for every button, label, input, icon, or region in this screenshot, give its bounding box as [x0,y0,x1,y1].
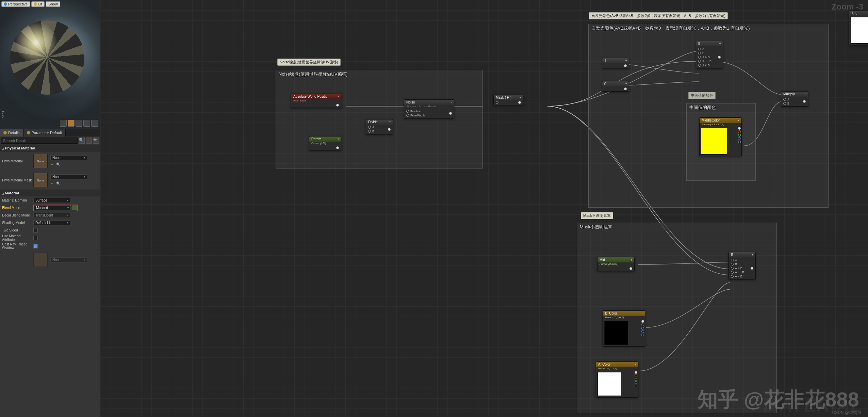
assign-arrow-icon[interactable]: ← [50,181,54,186]
viewport-mode-icons[interactable] [60,120,98,127]
thumb-placeholder [33,253,48,267]
decal-blend-mode-label: Decal Blend Mode [2,213,33,217]
category-physical-material[interactable]: Physical Material [0,145,100,151]
phys-material-dropdown[interactable]: None [50,155,87,160]
node-const-1[interactable]: 1 [602,58,629,68]
node-middlecolor[interactable]: MiddleColor Param (5,3.43,0,1) [699,117,742,156]
tooltip-emissive: 自发光颜色(A>B或者A<B，参数为0，表示没有自发光，A=B，参数为1,有自发… [589,12,728,19]
lit-button[interactable]: Lit [31,1,45,7]
group-emissive-title: 自发光颜色(A>B或者A<B，参数为0，表示没有自发光，A=B，参数为1,有自发… [589,24,828,32]
use-material-attrs-checkbox[interactable] [33,236,38,240]
decal-blend-mode-dropdown: Translucent [33,213,70,218]
tab-parameter-defaults[interactable]: Parameter Default [23,129,66,137]
browse-icon[interactable]: 🔍 [56,181,61,186]
node-divide[interactable]: Divide AB [366,119,393,134]
acolor-swatch [597,372,621,396]
node-if-emissive[interactable]: If A B A > B A == B A < B [696,41,723,68]
perspective-button[interactable]: Perspective [1,1,30,7]
phys-material-mask-dropdown[interactable]: None [50,174,87,179]
cast-ray-traced-label: Cast Ray Traced Shadow [2,242,33,250]
group-noise-title: Noise噪点(使用世界坐标做UV偏移) [276,70,482,78]
phys-material-label: Phys Material [2,159,33,163]
group-mask-title: Mask不透明遮罩 [577,223,776,231]
grid-toggle-icon[interactable] [86,138,92,144]
blend-mode-label: Blend Mode [2,206,33,210]
cast-ray-traced-checkbox[interactable]: ✓ [33,244,38,248]
search-row: 🔍 👁 [0,137,100,145]
show-button[interactable]: Show [46,1,60,7]
category-material[interactable]: Material [0,190,100,196]
browse-icon[interactable]: 🔍 [56,162,61,167]
tab-details[interactable]: Details [0,129,23,137]
two-sided-checkbox[interactable] [33,228,38,232]
preview-sphere [10,20,84,95]
const111-swatch [851,17,868,44]
use-material-attrs-label: Use Material Attributes [2,234,33,242]
node-const-0[interactable]: 0 [602,81,629,92]
blend-mode-dropdown[interactable]: Masked [34,205,71,210]
node-mid[interactable]: Mid Param (0.3781) [597,257,635,271]
eye-icon[interactable]: 👁 [93,138,99,144]
material-domain-dropdown[interactable]: Surface [33,198,70,203]
axis-gizmo: Z X [2,111,4,118]
material-graph[interactable]: Zoom -3 Noise噪点(使用世界坐标做UV偏移) 自发光颜色(A>B或者… [100,0,868,417]
node-noise[interactable]: Noise Simplex - Texture Based Position F… [404,99,454,118]
node-multiply[interactable]: Multiply AB [781,91,808,107]
viewport-scene [0,0,100,129]
middlecolor-swatch [701,128,727,155]
zhihu-watermark: 知乎 @花非花888 [698,386,859,414]
assign-arrow-icon[interactable]: ← [50,162,54,167]
tooltip-noise: Noise噪点(使用世界坐标做UV偏移) [277,59,341,66]
two-sided-label: Two Sided [2,228,33,232]
details-panel: Perspective Lit Show Z X Details Paramet… [0,0,100,417]
node-param[interactable]: Param Param (100) [309,136,341,150]
node-const-111[interactable]: 1,1,1 [849,10,868,45]
dropdown-placeholder[interactable]: None [50,257,87,262]
bcolor-swatch [604,321,628,345]
node-bcolor[interactable]: B_Color Param (0,0,0,1) [603,310,645,347]
node-mask-r[interactable]: Mask ( R ) [493,95,523,105]
search-input[interactable] [1,138,78,144]
search-icon[interactable]: 🔍 [79,138,85,144]
phys-material-mask-label: Phys Material Mask [2,178,33,182]
material-domain-label: Material Domain [2,198,33,202]
reset-icon[interactable] [72,205,77,210]
node-acolor[interactable]: A_Color Param (1,1,1,1) [596,362,638,398]
preview-viewport[interactable]: Perspective Lit Show Z X [0,0,100,129]
shading-model-dropdown[interactable]: Default Lit [33,220,70,225]
shading-model-label: Shading Model [2,221,33,225]
phys-material-thumb[interactable]: None [33,154,48,168]
csdn-watermark: CSDN @虎鸣河 [832,410,861,416]
node-absolute-world-position[interactable]: Absolute World Position Input Data [291,94,341,108]
phys-material-mask-thumb[interactable]: None [33,173,48,187]
node-if-mask[interactable]: If A B A > B A == B A < B [728,252,756,279]
group-middle-title: 中间值的颜色 [687,103,755,112]
tooltip-mask: Mask不透明遮罩 [581,212,613,219]
